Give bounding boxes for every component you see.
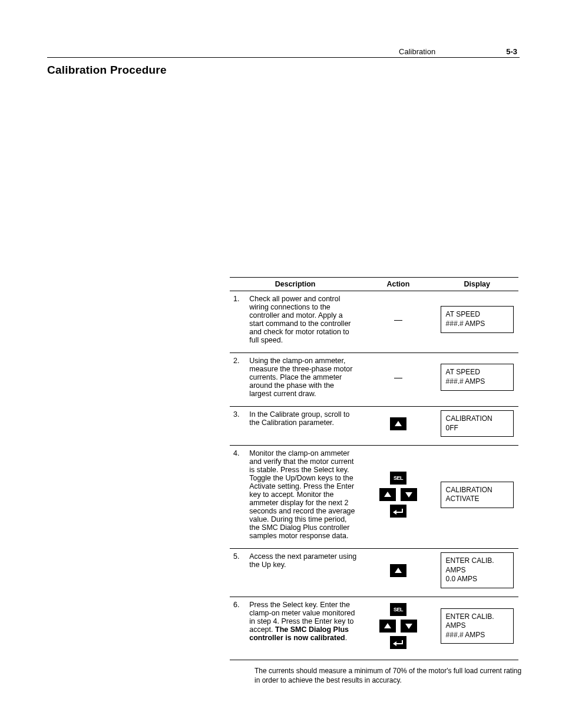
display-line1: AT SPEED — [446, 368, 508, 377]
display-line2: 0.0 AMPS — [446, 575, 508, 584]
down-key-icon — [401, 488, 417, 501]
step-number: 1. — [230, 291, 247, 353]
step-number: 4. — [230, 446, 247, 549]
svg-marker-3 — [395, 568, 402, 573]
display-line2: 0FF — [446, 424, 508, 433]
up-key-icon — [390, 417, 406, 430]
down-key-icon — [401, 620, 417, 633]
table-row: 5. Access the next parameter using the U… — [230, 549, 518, 597]
footnote: The currents should measure a minimum of… — [254, 666, 525, 685]
display-line1: ENTER CALIB. AMPS — [446, 612, 508, 631]
step-description: Check all power and control wiring conne… — [247, 291, 361, 353]
display-line2: ###.# AMPS — [446, 319, 508, 329]
desc-trail: . — [345, 634, 347, 642]
svg-marker-2 — [405, 492, 412, 498]
display-line1: ENTER CALIB. AMPS — [446, 556, 508, 575]
select-key-icon: SEL — [390, 603, 406, 616]
display-line1: CALIBRATION — [446, 486, 508, 495]
step-number: 5. — [230, 549, 247, 597]
display-readout: CALIBRATION ACTIVATE — [441, 482, 514, 508]
step-number: 3. — [230, 407, 247, 446]
header-chapter: Calibration — [399, 47, 435, 56]
step-description: In the Calibrate group, scroll to the Ca… — [247, 407, 361, 446]
step-number: 6. — [230, 597, 247, 660]
table-row: 1. Check all power and control wiring co… — [230, 291, 518, 353]
display-line2: ###.# AMPS — [446, 631, 508, 640]
action-dash: — — [394, 373, 402, 382]
up-key-icon — [379, 620, 396, 633]
display-readout: ENTER CALIB. AMPS 0.0 AMPS — [441, 552, 514, 588]
step-description: Monitor the clamp-on ammeter and verify … — [247, 446, 361, 549]
table-row: 4. Monitor the clamp-on ammeter and veri… — [230, 446, 518, 549]
action-keys: SEL — [364, 470, 432, 519]
section-title: Calibration Procedure — [47, 64, 520, 77]
display-line2: ACTIVATE — [446, 495, 508, 504]
step-number: 2. — [230, 353, 247, 407]
th-display: Display — [436, 278, 518, 291]
th-action: Action — [361, 278, 435, 291]
step-description: Using the clamp-on ammeter, measure the … — [247, 353, 361, 407]
svg-marker-1 — [384, 492, 391, 497]
step-description: Press the Select key. Enter the clamp-on… — [247, 597, 361, 660]
running-header: Calibration 5-3 — [47, 47, 520, 56]
action-dash: — — [394, 315, 402, 324]
th-description: Description — [230, 278, 361, 291]
table-row: 6. Press the Select key. Enter the clamp… — [230, 597, 518, 660]
header-rule — [47, 57, 520, 58]
table-row: 3. In the Calibrate group, scroll to the… — [230, 407, 518, 446]
display-readout: CALIBRATION 0FF — [441, 410, 514, 437]
display-line1: CALIBRATION — [446, 414, 508, 424]
display-readout: ENTER CALIB. AMPS ###.# AMPS — [441, 608, 514, 644]
step-description: Access the next parameter using the Up k… — [247, 549, 361, 597]
up-key-icon — [390, 564, 406, 577]
table-row: 2. Using the clamp-on ammeter, measure t… — [230, 353, 518, 407]
svg-marker-0 — [395, 421, 402, 426]
svg-marker-5 — [405, 624, 412, 629]
select-key-icon: SEL — [390, 472, 406, 485]
display-readout: AT SPEED ###.# AMPS — [441, 364, 514, 390]
action-keys: SEL — [364, 602, 432, 650]
display-readout: AT SPEED ###.# AMPS — [441, 306, 514, 332]
header-pagenum: 5-3 — [506, 47, 517, 56]
enter-key-icon — [390, 505, 406, 518]
calibration-table: Description Action Display 1. Check all … — [230, 277, 518, 660]
display-line2: ###.# AMPS — [446, 377, 508, 387]
enter-key-icon — [390, 636, 406, 649]
up-key-icon — [379, 488, 396, 501]
display-line1: AT SPEED — [446, 310, 508, 319]
svg-marker-4 — [384, 623, 391, 628]
